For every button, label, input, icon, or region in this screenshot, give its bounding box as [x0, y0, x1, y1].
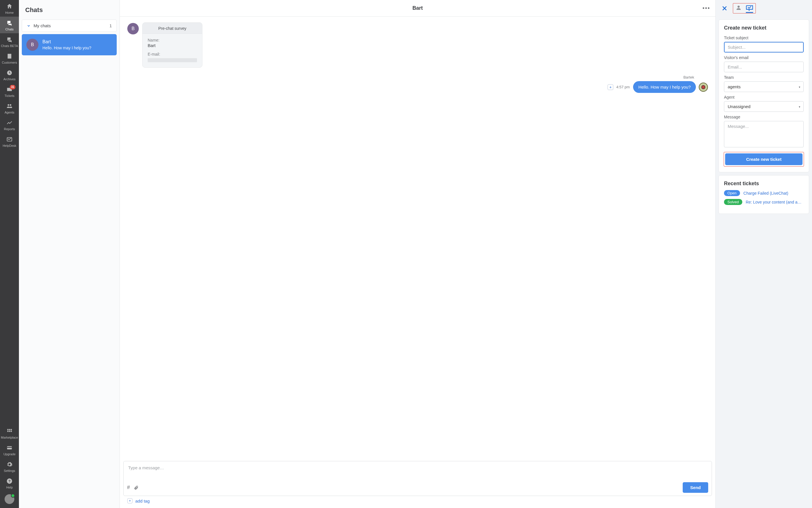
- chat-list-title: Chats: [19, 0, 120, 19]
- nav-item-archives[interactable]: Archives: [0, 67, 19, 83]
- nav-item-chats[interactable]: Chats: [0, 16, 19, 33]
- conversation-body: B Pre-chat survey Name: Bart E-mail: Bar…: [120, 16, 715, 461]
- reports-icon: [6, 119, 13, 126]
- add-tag-plus[interactable]: +: [127, 498, 132, 503]
- status-badge: Solved: [724, 199, 742, 205]
- group-label: My chats: [34, 23, 51, 28]
- chat-preview: Hello. How may I help you?: [42, 46, 91, 50]
- svg-point-2: [10, 104, 11, 106]
- sender-name: Bartek: [683, 75, 708, 79]
- subject-input[interactable]: [724, 42, 804, 52]
- nav-label: Chats BETA: [1, 44, 18, 48]
- tab-ticket[interactable]: [746, 5, 753, 11]
- nav-item-helpdesk[interactable]: HelpDesk: [0, 133, 19, 150]
- prechat-survey-card: Pre-chat survey Name: Bart E-mail:: [142, 23, 203, 68]
- svg-text:?: ?: [8, 479, 11, 483]
- message-textarea[interactable]: [724, 121, 804, 147]
- add-action-button[interactable]: +: [607, 84, 613, 90]
- ticket-row: Open Charge Failed (LiveChat): [724, 190, 804, 196]
- chevron-down-icon: [27, 24, 31, 28]
- helpdesk-icon: [6, 136, 13, 143]
- tab-visitor[interactable]: [735, 5, 742, 11]
- nav-label: Chats: [5, 28, 14, 31]
- agent-select[interactable]: Unassigned: [724, 101, 804, 112]
- status-badge: Open: [724, 190, 740, 196]
- nav-label: Marketplace: [1, 436, 18, 439]
- nav-label: Upgrade: [3, 452, 15, 456]
- svg-point-1: [8, 104, 9, 106]
- prechat-survey-row: B Pre-chat survey Name: Bart E-mail:: [127, 23, 708, 68]
- nav-item-customers[interactable]: Customers: [0, 50, 19, 67]
- nav-item-tickets[interactable]: 31 Tickets: [0, 83, 19, 100]
- survey-email-label: E-mail:: [148, 52, 197, 56]
- ticket-row: Solved Re: Love your content (and a…: [724, 199, 804, 205]
- customers-icon: [6, 53, 13, 59]
- gear-icon: [6, 461, 13, 468]
- attachment-icon[interactable]: [134, 485, 138, 490]
- nav-label: Tickets: [5, 94, 14, 97]
- svg-rect-9: [11, 431, 12, 432]
- ticket-link[interactable]: Re: Love your content (and a…: [746, 200, 802, 204]
- nav-item-upgrade[interactable]: Upgrade: [0, 441, 19, 458]
- message-label: Message: [724, 115, 804, 119]
- nav-item-agents[interactable]: Agents: [0, 100, 19, 116]
- recent-tickets-card: Recent tickets Open Charge Failed (LiveC…: [719, 175, 809, 214]
- nav-label: Help: [6, 485, 13, 489]
- nav-item-marketplace[interactable]: Marketplace: [0, 425, 19, 441]
- grid-icon: [6, 428, 13, 435]
- create-ticket-title: Create new ticket: [724, 25, 804, 31]
- create-ticket-button[interactable]: Create new ticket: [725, 154, 803, 165]
- svg-rect-5: [9, 429, 10, 430]
- more-icon[interactable]: •••: [702, 5, 710, 11]
- nav-label: Reports: [4, 127, 15, 131]
- svg-point-16: [737, 6, 739, 8]
- agent-label: Agent: [724, 95, 804, 99]
- nav-item-reports[interactable]: Reports: [0, 116, 19, 133]
- nav-label: Customers: [2, 61, 17, 64]
- nav-label: Agents: [5, 111, 14, 114]
- recent-tickets-title: Recent tickets: [724, 181, 804, 186]
- nav-label: HelpDesk: [3, 144, 16, 147]
- nav-item-chats-beta[interactable]: Chats BETA: [0, 33, 19, 50]
- survey-name-value: Bart: [148, 43, 197, 48]
- nav-item-help[interactable]: ? Help: [0, 475, 19, 492]
- panel-tabs-highlight: [733, 3, 756, 13]
- chat-list-panel: Chats My chats 1 B Bart Hello. How may I…: [19, 0, 120, 508]
- chat-icon: [6, 19, 13, 27]
- email-label: Visitor's email: [724, 55, 804, 60]
- chat-row-active[interactable]: B Bart Hello. How may I help you?: [22, 34, 117, 55]
- conversation-header: Bart •••: [120, 0, 715, 16]
- team-label: Team: [724, 75, 804, 80]
- survey-email-redacted: [148, 58, 197, 62]
- agent-avatar: [699, 83, 708, 92]
- home-icon: [6, 3, 13, 10]
- ticket-link[interactable]: Charge Failed (LiveChat): [743, 191, 788, 196]
- send-button[interactable]: Send: [683, 482, 708, 493]
- user-avatar[interactable]: [5, 494, 14, 504]
- subject-label: Ticket subject: [724, 36, 804, 40]
- svg-rect-7: [7, 431, 9, 432]
- svg-rect-4: [7, 429, 9, 430]
- chat-beta-icon: [6, 36, 13, 43]
- hash-button[interactable]: #: [127, 484, 130, 491]
- nav-item-settings[interactable]: Settings: [0, 458, 19, 475]
- ticket-badge: 31: [10, 85, 15, 89]
- my-chats-group[interactable]: My chats 1: [22, 19, 117, 32]
- message-input[interactable]: [124, 461, 712, 479]
- chat-name: Bart: [42, 39, 91, 44]
- group-count: 1: [110, 23, 112, 28]
- ticket-panel: Create new ticket Ticket subject Visitor…: [716, 0, 812, 508]
- team-select[interactable]: agents: [724, 81, 804, 92]
- svg-rect-11: [7, 447, 12, 448]
- close-icon[interactable]: [720, 4, 729, 13]
- nav-rail: Home Chats Chats BETA Customers Archives…: [0, 0, 19, 508]
- nav-item-home[interactable]: Home: [0, 0, 19, 16]
- add-tag-link[interactable]: add tag: [135, 499, 150, 503]
- nav-label: Settings: [4, 469, 15, 472]
- ticket-panel-top: [716, 0, 812, 16]
- message-bubble: Hello. How may I help you?: [633, 81, 696, 93]
- email-input[interactable]: [724, 61, 804, 72]
- card-icon: [6, 444, 13, 451]
- composer-toolbar: # Send: [124, 480, 712, 496]
- clock-icon: [6, 69, 13, 76]
